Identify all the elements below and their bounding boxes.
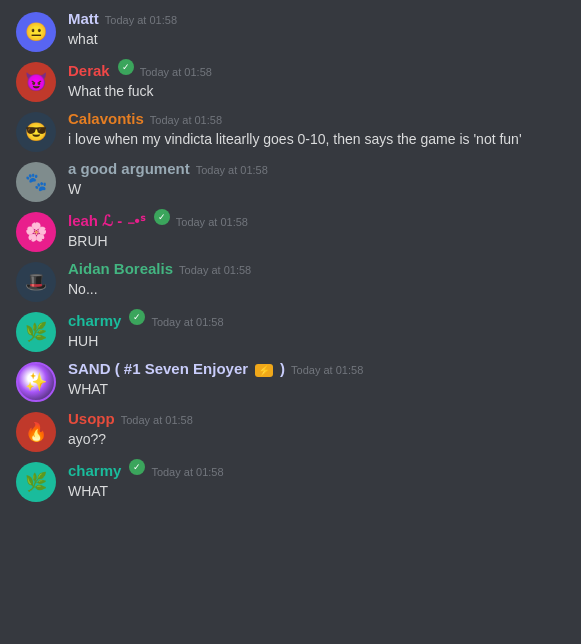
- message-text: WHAT: [68, 380, 565, 399]
- messages-container: 😐 Matt Today at 01:58 what 😈 Derak Today…: [0, 0, 581, 524]
- username: charmy: [68, 462, 121, 480]
- message-content: Matt Today at 01:58 what: [68, 10, 565, 49]
- message-header: Matt Today at 01:58: [68, 10, 565, 28]
- username-suffix: ): [280, 360, 285, 378]
- timestamp: Today at 01:58: [291, 364, 363, 376]
- message-content: charmy Today at 01:58 WHAT: [68, 460, 565, 501]
- table-row: 🔥 Usopp Today at 01:58 ayo??: [0, 408, 581, 454]
- message-header: Usopp Today at 01:58: [68, 410, 565, 428]
- message-content: Derak Today at 01:58 What the fuck: [68, 60, 565, 101]
- table-row: 🎩 Aidan Borealis Today at 01:58 No...: [0, 258, 581, 304]
- message-text: W: [68, 180, 565, 199]
- message-header: charmy Today at 01:58: [68, 310, 565, 330]
- timestamp: Today at 01:58: [151, 316, 223, 328]
- message-text: i love when my vindicta litearlly goes 0…: [68, 130, 565, 149]
- message-content: leah ℒ - ₋•ˢ Today at 01:58 BRUH: [68, 210, 565, 251]
- timestamp: Today at 01:58: [176, 216, 248, 228]
- avatar: 🌸: [16, 212, 56, 252]
- verified-badge: [154, 209, 170, 225]
- verified-badge: [129, 459, 145, 475]
- avatar: 🌿: [16, 312, 56, 352]
- message-header: charmy Today at 01:58: [68, 460, 565, 480]
- message-text: what: [68, 30, 565, 49]
- table-row: 🐾 a good argument Today at 01:58 W: [0, 158, 581, 204]
- username: Matt: [68, 10, 99, 28]
- message-text: HUH: [68, 332, 565, 351]
- lightning-badge: ⚡: [255, 364, 273, 377]
- avatar: 😈: [16, 62, 56, 102]
- username: charmy: [68, 312, 121, 330]
- username: Calavontis: [68, 110, 144, 128]
- username: Derak: [68, 62, 110, 80]
- username: a good argument: [68, 160, 190, 178]
- message-header: SAND ( #1 Seven Enjoyer ⚡ ) Today at 01:…: [68, 360, 565, 378]
- username: SAND ( #1 Seven Enjoyer: [68, 360, 248, 378]
- verified-badge: [129, 309, 145, 325]
- avatar: 😐: [16, 12, 56, 52]
- avatar: 🎩: [16, 262, 56, 302]
- timestamp: Today at 01:58: [151, 466, 223, 478]
- avatar: 🔥: [16, 412, 56, 452]
- message-text: WHAT: [68, 482, 565, 501]
- table-row: 😐 Matt Today at 01:58 what: [0, 8, 581, 54]
- verified-badge: [118, 59, 134, 75]
- table-row: 😈 Derak Today at 01:58 What the fuck: [0, 58, 581, 104]
- message-text: BRUH: [68, 232, 565, 251]
- timestamp: Today at 01:58: [121, 414, 193, 426]
- message-header: Derak Today at 01:58: [68, 60, 565, 80]
- timestamp: Today at 01:58: [140, 66, 212, 78]
- avatar: 😎: [16, 112, 56, 152]
- avatar: 🌿: [16, 462, 56, 502]
- table-row: 🌿 charmy Today at 01:58 WHAT: [0, 458, 581, 504]
- table-row: 🌸 leah ℒ - ₋•ˢ Today at 01:58 BRUH: [0, 208, 581, 254]
- username: Aidan Borealis: [68, 260, 173, 278]
- username: leah ℒ - ₋•ˢ: [68, 212, 146, 230]
- message-text: ayo??: [68, 430, 565, 449]
- avatar: 🐾: [16, 162, 56, 202]
- message-header: a good argument Today at 01:58: [68, 160, 565, 178]
- timestamp: Today at 01:58: [196, 164, 268, 176]
- username: Usopp: [68, 410, 115, 428]
- message-content: charmy Today at 01:58 HUH: [68, 310, 565, 351]
- message-header: Aidan Borealis Today at 01:58: [68, 260, 565, 278]
- message-header: leah ℒ - ₋•ˢ Today at 01:58: [68, 210, 565, 230]
- message-content: Calavontis Today at 01:58 i love when my…: [68, 110, 565, 149]
- message-text: What the fuck: [68, 82, 565, 101]
- table-row: 😎 Calavontis Today at 01:58 i love when …: [0, 108, 581, 154]
- message-content: SAND ( #1 Seven Enjoyer ⚡ ) Today at 01:…: [68, 360, 565, 399]
- avatar: ✨: [16, 362, 56, 402]
- message-content: Usopp Today at 01:58 ayo??: [68, 410, 565, 449]
- message-content: Aidan Borealis Today at 01:58 No...: [68, 260, 565, 299]
- timestamp: Today at 01:58: [179, 264, 251, 276]
- timestamp: Today at 01:58: [105, 14, 177, 26]
- table-row: ✨ SAND ( #1 Seven Enjoyer ⚡ ) Today at 0…: [0, 358, 581, 404]
- message-header: Calavontis Today at 01:58: [68, 110, 565, 128]
- timestamp: Today at 01:58: [150, 114, 222, 126]
- table-row: 🌿 charmy Today at 01:58 HUH: [0, 308, 581, 354]
- message-text: No...: [68, 280, 565, 299]
- message-content: a good argument Today at 01:58 W: [68, 160, 565, 199]
